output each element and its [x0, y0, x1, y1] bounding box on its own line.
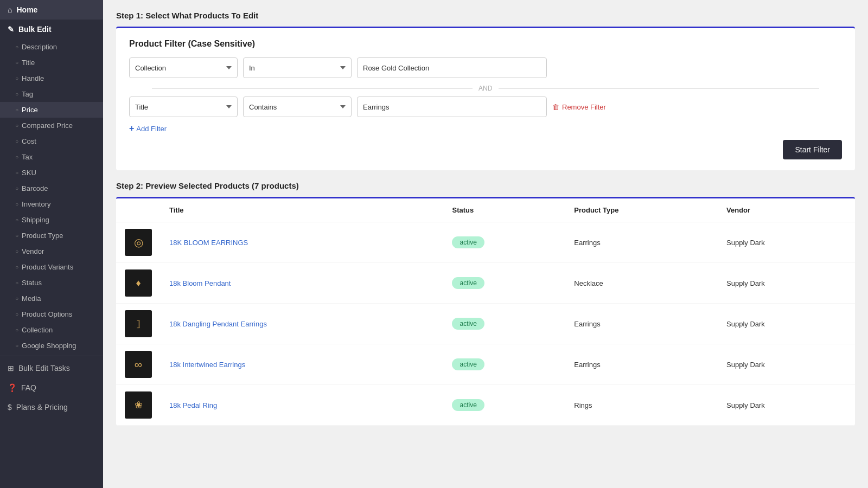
filter1-field-select[interactable]: Collection Title Handle Tag Price Compar…: [129, 57, 238, 78]
product-title-link[interactable]: 18K BLOOM EARRINGS: [169, 239, 248, 247]
sidebar-item-title-label: Title: [22, 59, 35, 67]
sidebar-item-shipping-label: Shipping: [22, 216, 49, 224]
start-filter-button[interactable]: Start Filter: [783, 140, 842, 159]
dot-icon: ○: [15, 233, 18, 239]
product-title-cell: 18k Dangling Pendant Earrings: [161, 304, 443, 344]
filter-card: Product Filter (Case Sensitive) Collecti…: [116, 27, 855, 170]
product-type-cell: Necklace: [565, 263, 718, 304]
product-title-link[interactable]: 18k Dangling Pendant Earrings: [169, 320, 267, 328]
sidebar-item-barcode[interactable]: ○ Barcode: [0, 181, 103, 196]
product-thumbnail: [125, 391, 152, 419]
product-type-cell: Rings: [565, 385, 718, 426]
sidebar-faq-label: FAQ: [21, 383, 36, 392]
product-vendor-cell: Supply Dark: [718, 304, 855, 344]
product-thumb-cell: [116, 222, 161, 263]
table-icon: ⊞: [8, 364, 14, 373]
sidebar-home[interactable]: ⌂ Home: [0, 0, 103, 20]
sidebar-item-collection[interactable]: ○ Collection: [0, 322, 103, 338]
product-title-link[interactable]: 18k Bloom Pendant: [169, 279, 231, 287]
sidebar-item-vendor-label: Vendor: [22, 247, 44, 255]
sidebar-item-price-label: Price: [22, 106, 38, 114]
question-icon: ❓: [8, 383, 17, 392]
filter-row-1: Collection Title Handle Tag Price Compar…: [129, 57, 842, 78]
product-title-link[interactable]: 18k Intertwined Earrings: [169, 361, 245, 369]
plus-icon: +: [129, 124, 134, 133]
product-thumbnail: [125, 229, 152, 256]
filter1-operator-select[interactable]: In Not In Equals: [243, 57, 352, 78]
sidebar-item-compared-price[interactable]: ○ Compared Price: [0, 118, 103, 133]
sidebar-item-vendor[interactable]: ○ Vendor: [0, 243, 103, 259]
table-row: 18k Bloom Pendant active Necklace Supply…: [116, 263, 855, 304]
add-filter-button[interactable]: + Add Filter: [129, 124, 167, 133]
status-badge: active: [452, 236, 484, 248]
dot-icon: ○: [15, 154, 18, 160]
product-type-cell: Earrings: [565, 304, 718, 344]
dot-icon: ○: [15, 311, 18, 317]
products-table: Title Status Product Type Vendor 18K BLO…: [116, 198, 855, 426]
dot-icon: ○: [15, 264, 18, 270]
table-row: 18k Intertwined Earrings active Earrings…: [116, 344, 855, 385]
filter-card-title: Product Filter (Case Sensitive): [129, 39, 842, 49]
sidebar-home-label: Home: [16, 5, 37, 14]
sidebar-bulk-edit-tasks-label: Bulk Edit Tasks: [18, 364, 70, 373]
sidebar-bulk-edit-header[interactable]: ✎ Bulk Edit: [0, 20, 103, 39]
col-thumb: [116, 198, 161, 222]
filter1-value-input[interactable]: [357, 57, 547, 78]
filter2-value-input[interactable]: [357, 97, 547, 117]
sidebar-item-tag[interactable]: ○ Tag: [0, 86, 103, 102]
dot-icon: ○: [15, 91, 18, 97]
sidebar-item-product-type[interactable]: ○ Product Type: [0, 228, 103, 243]
filter-row-2: Collection Title Handle Tag Price Contai…: [129, 97, 842, 117]
product-thumb-cell: [116, 263, 161, 304]
product-title-link[interactable]: 18k Pedal Ring: [169, 401, 217, 409]
sidebar-item-status[interactable]: ○ Status: [0, 275, 103, 291]
dollar-icon: $: [8, 403, 12, 412]
sidebar-item-sku[interactable]: ○ SKU: [0, 165, 103, 181]
sidebar-item-tax[interactable]: ○ Tax: [0, 149, 103, 165]
col-product-type: Product Type: [565, 198, 718, 222]
product-thumbnail: [125, 351, 152, 378]
product-title-cell: 18k Bloom Pendant: [161, 263, 443, 304]
sidebar-bulk-edit-tasks[interactable]: ⊞ Bulk Edit Tasks: [0, 358, 103, 378]
product-title-cell: 18K BLOOM EARRINGS: [161, 222, 443, 263]
sidebar-item-media[interactable]: ○ Media: [0, 291, 103, 306]
sidebar-item-tag-label: Tag: [22, 90, 33, 98]
sidebar-item-product-options[interactable]: ○ Product Options: [0, 306, 103, 322]
sidebar-item-google-shopping[interactable]: ○ Google Shopping: [0, 338, 103, 354]
status-badge: active: [452, 399, 484, 411]
sidebar-item-product-variants[interactable]: ○ Product Variants: [0, 259, 103, 275]
product-thumb-cell: [116, 344, 161, 385]
sidebar-item-media-label: Media: [22, 294, 41, 303]
sidebar-item-title[interactable]: ○ Title: [0, 55, 103, 70]
filter2-field-select[interactable]: Collection Title Handle Tag Price: [129, 97, 238, 117]
step1-label: Step 1: Select What Products To Edit: [116, 11, 855, 20]
remove-filter-button[interactable]: 🗑 Remove Filter: [552, 103, 606, 111]
dot-icon: ○: [15, 170, 18, 176]
status-badge: active: [452, 358, 484, 370]
trash-icon: 🗑: [552, 103, 559, 111]
sidebar-item-tax-label: Tax: [22, 153, 33, 161]
status-badge: active: [452, 318, 484, 330]
sidebar-plans-pricing[interactable]: $ Plans & Pricing: [0, 397, 103, 417]
filter2-operator-select[interactable]: Contains Does Not Contain Equals Starts …: [243, 97, 352, 117]
product-vendor-cell: Supply Dark: [718, 385, 855, 426]
remove-filter-label: Remove Filter: [562, 103, 606, 111]
sidebar-item-inventory[interactable]: ○ Inventory: [0, 196, 103, 212]
sidebar-item-cost[interactable]: ○ Cost: [0, 133, 103, 149]
dot-icon: ○: [15, 201, 18, 207]
step2-label: Step 2: Preview Selected Products (7 pro…: [116, 181, 855, 190]
sidebar-item-price[interactable]: ○ Price: [0, 102, 103, 118]
sidebar-item-product-options-label: Product Options: [22, 310, 72, 318]
dot-icon: ○: [15, 343, 18, 349]
col-title: Title: [161, 198, 443, 222]
dot-icon: ○: [15, 327, 18, 333]
dot-icon: ○: [15, 60, 18, 66]
sidebar-faq[interactable]: ❓ FAQ: [0, 378, 103, 397]
product-thumb-cell: [116, 304, 161, 344]
sidebar: ⌂ Home ✎ Bulk Edit ○ Description ○ Title…: [0, 0, 103, 488]
sidebar-item-shipping[interactable]: ○ Shipping: [0, 212, 103, 228]
sidebar-item-handle[interactable]: ○ Handle: [0, 70, 103, 86]
product-status-cell: active: [443, 222, 565, 263]
sidebar-item-description[interactable]: ○ Description: [0, 39, 103, 55]
product-title-cell: 18k Pedal Ring: [161, 385, 443, 426]
